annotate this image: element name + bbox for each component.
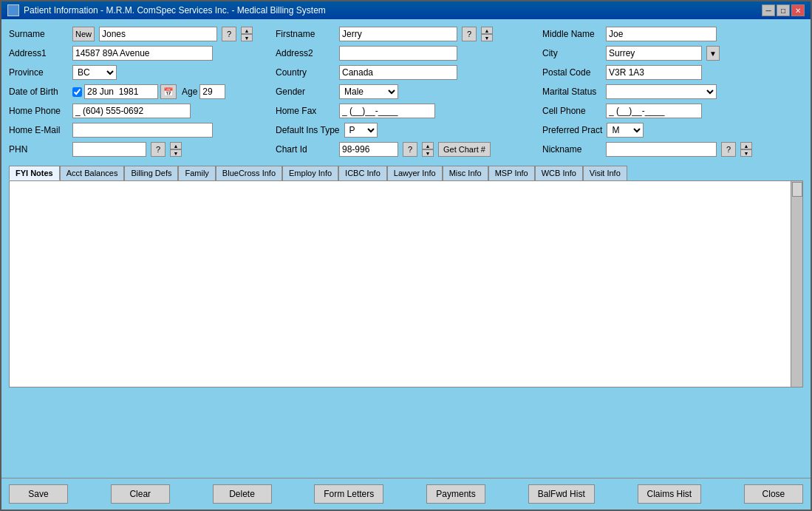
row-dob: Date of Birth 📅 Age Gender Male Female M…	[9, 84, 803, 99]
phn-input[interactable]	[72, 142, 146, 157]
address2-input[interactable]	[339, 46, 457, 61]
phn-label: PHN	[9, 144, 68, 155]
scrollbar-thumb[interactable]	[792, 182, 802, 197]
address2-label: Address2	[276, 48, 335, 58]
save-button[interactable]: Save	[9, 484, 68, 504]
pract-select[interactable]: M S	[607, 123, 644, 138]
marital-select[interactable]: Single Married Divorced	[606, 84, 717, 99]
form_letters-button[interactable]: Form Letters	[314, 484, 383, 504]
firstname-down[interactable]: ▼	[481, 34, 493, 41]
homephone-input[interactable]	[72, 104, 191, 118]
postal-input[interactable]	[606, 65, 702, 80]
homefax-input[interactable]	[339, 104, 435, 118]
middlename-input[interactable]	[606, 27, 717, 41]
homephone-group: Home Phone	[9, 104, 270, 118]
app-icon	[7, 4, 19, 16]
main-window: Patient Information - M.R.M. ComSpec Ser…	[0, 0, 812, 511]
nickname-spinner[interactable]: ▲ ▼	[740, 142, 752, 157]
bottom-bar: SaveClearDeleteForm LettersPaymentsBalFw…	[1, 478, 811, 510]
firstname-up[interactable]: ▲	[481, 27, 493, 34]
delete-button[interactable]: Delete	[213, 484, 272, 504]
nickname-input[interactable]	[606, 142, 717, 157]
ins-select[interactable]: P S	[344, 123, 378, 138]
tab-icbc[interactable]: ICBC Info	[338, 166, 387, 180]
dob-calendar-button[interactable]: 📅	[160, 84, 177, 99]
province-select[interactable]: BC AB ON	[72, 65, 117, 80]
chartid-spinner[interactable]: ▲ ▼	[422, 142, 434, 157]
tab-bluecross[interactable]: BlueCross Info	[216, 166, 282, 180]
close-button[interactable]: Close	[744, 484, 803, 504]
claims_hist-button[interactable]: Claims Hist	[638, 484, 702, 504]
homefax-group: Home Fax	[276, 104, 536, 118]
tab-content	[9, 180, 803, 388]
tab-employ[interactable]: Employ Info	[282, 166, 338, 180]
cellphone-label: Cell Phone	[542, 106, 601, 116]
marital-label: Marital Status	[542, 87, 601, 97]
nickname-query-button[interactable]: ?	[721, 142, 736, 157]
surname-down[interactable]: ▼	[241, 34, 253, 41]
surname-up[interactable]: ▲	[241, 27, 253, 34]
pract-label: Preferred Pract	[542, 125, 602, 135]
province-group: Province BC AB ON	[9, 65, 270, 80]
tab-billing[interactable]: Billing Defs	[124, 166, 178, 180]
phn-up[interactable]: ▲	[170, 142, 182, 149]
tab-wcb[interactable]: WCB Info	[535, 166, 583, 180]
age-label: Age	[182, 87, 197, 97]
surname-query-button[interactable]: ?	[222, 27, 236, 41]
surname-input[interactable]	[99, 27, 217, 41]
address1-group: Address1	[9, 46, 270, 61]
phn-spinner[interactable]: ▲ ▼	[170, 142, 182, 157]
chartid-input[interactable]	[339, 142, 398, 157]
tab-family[interactable]: Family	[178, 166, 215, 180]
firstname-input[interactable]	[339, 27, 457, 41]
bal_fwd-button[interactable]: BalFwd Hist	[528, 484, 595, 504]
postal-group: Postal Code	[542, 65, 803, 80]
surname-new-button[interactable]: New	[72, 27, 95, 41]
title-bar: Patient Information - M.R.M. ComSpec Ser…	[1, 1, 811, 19]
tab-misc[interactable]: Misc Info	[443, 166, 488, 180]
tab-content-wrapper	[9, 180, 803, 470]
firstname-query-button[interactable]: ?	[462, 27, 477, 41]
dob-input[interactable]	[84, 84, 158, 99]
surname-spinner[interactable]: ▲ ▼	[241, 27, 253, 41]
surname-label: Surname	[9, 29, 68, 39]
email-input[interactable]	[72, 123, 213, 138]
row-surname: Surname New ? ▲ ▼ Firstname ? ▲ ▼ Midd	[9, 27, 803, 41]
maximize-button[interactable]: □	[777, 4, 790, 16]
tab-visit[interactable]: Visit Info	[583, 166, 627, 180]
tab-acct[interactable]: Acct Balances	[60, 166, 125, 180]
chartid-up[interactable]: ▲	[422, 142, 434, 149]
country-input[interactable]	[339, 65, 457, 80]
age-input[interactable]	[199, 84, 225, 99]
phn-query-button[interactable]: ?	[151, 142, 166, 157]
nickname-down[interactable]: ▼	[740, 149, 752, 157]
nickname-up[interactable]: ▲	[740, 142, 752, 149]
gender-group: Gender Male Female	[276, 84, 536, 99]
firstname-spinner[interactable]: ▲ ▼	[481, 27, 493, 41]
fyi-notes-textarea[interactable]	[10, 181, 802, 208]
clear-button[interactable]: Clear	[111, 484, 170, 504]
payments-button[interactable]: Payments	[426, 484, 485, 504]
scrollbar[interactable]	[791, 181, 802, 387]
dob-checkbox[interactable]	[72, 87, 82, 97]
cellphone-input[interactable]	[606, 104, 702, 118]
middlename-group: Middle Name	[542, 27, 803, 41]
chartid-down[interactable]: ▼	[422, 149, 434, 157]
address1-input[interactable]	[72, 46, 213, 61]
gender-select[interactable]: Male Female	[339, 84, 398, 99]
chartid-group: Chart Id ? ▲ ▼ Get Chart #	[276, 142, 536, 157]
minimize-button[interactable]: ─	[762, 4, 775, 16]
row-province: Province BC AB ON Country Postal Code	[9, 65, 803, 80]
tab-lawyer[interactable]: Lawyer Info	[387, 166, 443, 180]
chartid-query-button[interactable]: ?	[403, 142, 417, 157]
gender-label: Gender	[276, 87, 335, 97]
get-chart-button[interactable]: Get Chart #	[438, 142, 491, 157]
country-label: Country	[276, 67, 335, 78]
city-input[interactable]	[606, 46, 702, 61]
phn-down[interactable]: ▼	[170, 149, 182, 157]
tab-fyi[interactable]: FYI Notes	[9, 166, 60, 180]
surname-group: Surname New ? ▲ ▼	[9, 27, 270, 41]
close-window-button[interactable]: ✕	[791, 4, 805, 16]
tab-msp[interactable]: MSP Info	[488, 166, 535, 180]
row-phone: Home Phone Home Fax Cell Phone	[9, 104, 803, 118]
